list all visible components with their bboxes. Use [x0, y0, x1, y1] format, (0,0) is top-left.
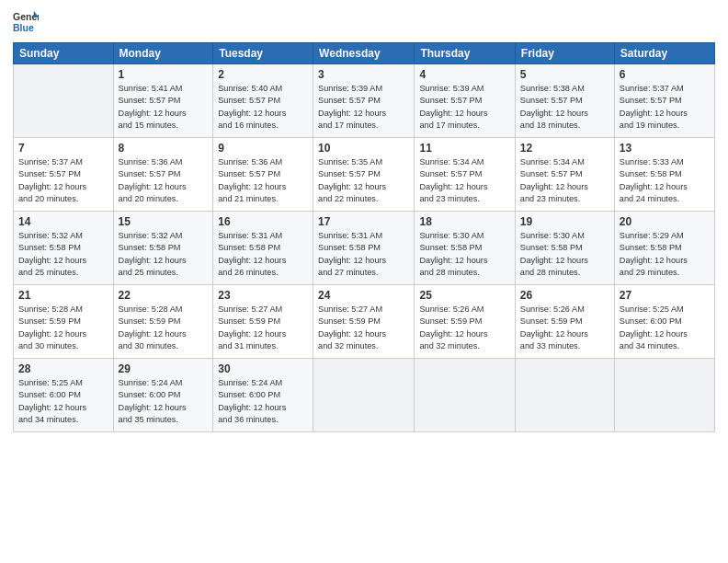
column-header-thursday: Thursday [415, 43, 515, 64]
day-number: 27 [620, 289, 710, 302]
day-info: Sunrise: 5:24 AM Sunset: 6:00 PM Dayligh… [119, 377, 209, 426]
day-number: 17 [318, 215, 409, 228]
calendar-cell: 14Sunrise: 5:32 AM Sunset: 5:58 PM Dayli… [14, 212, 114, 285]
day-number: 15 [119, 215, 209, 228]
calendar-row-0: 1Sunrise: 5:41 AM Sunset: 5:57 PM Daylig… [14, 64, 715, 138]
calendar-cell: 8Sunrise: 5:36 AM Sunset: 5:57 PM Daylig… [113, 138, 213, 212]
day-info: Sunrise: 5:41 AM Sunset: 5:57 PM Dayligh… [119, 83, 209, 132]
calendar-cell: 15Sunrise: 5:32 AM Sunset: 5:58 PM Dayli… [113, 212, 213, 285]
day-info: Sunrise: 5:33 AM Sunset: 5:58 PM Dayligh… [620, 156, 710, 205]
day-info: Sunrise: 5:37 AM Sunset: 5:57 PM Dayligh… [18, 156, 108, 205]
calendar-cell: 5Sunrise: 5:38 AM Sunset: 5:57 PM Daylig… [515, 64, 614, 138]
day-number: 14 [18, 215, 108, 228]
day-info: Sunrise: 5:30 AM Sunset: 5:58 PM Dayligh… [520, 230, 609, 279]
day-info: Sunrise: 5:31 AM Sunset: 5:58 PM Dayligh… [218, 230, 308, 279]
day-info: Sunrise: 5:26 AM Sunset: 5:59 PM Dayligh… [520, 304, 609, 352]
calendar-cell: 3Sunrise: 5:39 AM Sunset: 5:57 PM Daylig… [313, 64, 415, 138]
calendar-cell: 19Sunrise: 5:30 AM Sunset: 5:58 PM Dayli… [515, 212, 614, 285]
day-number: 19 [520, 215, 609, 228]
calendar-cell [614, 359, 714, 432]
day-number: 16 [218, 215, 308, 228]
day-info: Sunrise: 5:38 AM Sunset: 5:57 PM Dayligh… [520, 83, 609, 132]
day-info: Sunrise: 5:27 AM Sunset: 5:59 PM Dayligh… [218, 304, 308, 352]
day-number: 11 [419, 142, 509, 155]
calendar-cell: 27Sunrise: 5:25 AM Sunset: 6:00 PM Dayli… [614, 285, 714, 359]
calendar-cell: 4Sunrise: 5:39 AM Sunset: 5:57 PM Daylig… [415, 64, 515, 138]
day-info: Sunrise: 5:32 AM Sunset: 5:58 PM Dayligh… [119, 230, 209, 279]
day-info: Sunrise: 5:36 AM Sunset: 5:57 PM Dayligh… [218, 156, 308, 205]
calendar-cell [515, 359, 614, 432]
day-info: Sunrise: 5:39 AM Sunset: 5:57 PM Dayligh… [318, 83, 409, 132]
day-number: 7 [18, 142, 108, 155]
calendar-cell [14, 64, 114, 138]
day-info: Sunrise: 5:24 AM Sunset: 6:00 PM Dayligh… [218, 377, 308, 426]
calendar-cell: 13Sunrise: 5:33 AM Sunset: 5:58 PM Dayli… [614, 138, 714, 212]
day-info: Sunrise: 5:29 AM Sunset: 5:58 PM Dayligh… [620, 230, 710, 279]
calendar-cell: 16Sunrise: 5:31 AM Sunset: 5:58 PM Dayli… [213, 212, 313, 285]
calendar-cell: 7Sunrise: 5:37 AM Sunset: 5:57 PM Daylig… [14, 138, 114, 212]
calendar-cell: 20Sunrise: 5:29 AM Sunset: 5:58 PM Dayli… [614, 212, 714, 285]
calendar-cell: 25Sunrise: 5:26 AM Sunset: 5:59 PM Dayli… [415, 285, 515, 359]
calendar-cell: 11Sunrise: 5:34 AM Sunset: 5:57 PM Dayli… [415, 138, 515, 212]
calendar-table: SundayMondayTuesdayWednesdayThursdayFrid… [13, 42, 715, 432]
day-number: 20 [620, 215, 710, 228]
calendar-cell: 12Sunrise: 5:34 AM Sunset: 5:57 PM Dayli… [515, 138, 614, 212]
page: General Blue SundayMondayTuesdayWednesda… [0, 0, 728, 563]
svg-text:Blue: Blue [13, 22, 34, 33]
day-number: 29 [119, 362, 209, 375]
day-number: 12 [520, 142, 609, 155]
day-number: 10 [318, 142, 409, 155]
calendar-cell: 26Sunrise: 5:26 AM Sunset: 5:59 PM Dayli… [515, 285, 614, 359]
calendar-cell: 18Sunrise: 5:30 AM Sunset: 5:58 PM Dayli… [415, 212, 515, 285]
day-number: 24 [318, 289, 409, 302]
calendar-cell: 30Sunrise: 5:24 AM Sunset: 6:00 PM Dayli… [213, 359, 313, 432]
day-info: Sunrise: 5:28 AM Sunset: 5:59 PM Dayligh… [18, 304, 108, 352]
day-info: Sunrise: 5:27 AM Sunset: 5:59 PM Dayligh… [318, 304, 409, 352]
logo: General Blue [13, 9, 39, 35]
day-number: 9 [218, 142, 308, 155]
calendar-row-3: 21Sunrise: 5:28 AM Sunset: 5:59 PM Dayli… [14, 285, 715, 359]
day-number: 13 [620, 142, 710, 155]
column-header-sunday: Sunday [14, 43, 114, 64]
day-number: 4 [419, 68, 509, 81]
calendar-row-1: 7Sunrise: 5:37 AM Sunset: 5:57 PM Daylig… [14, 138, 715, 212]
calendar-cell: 28Sunrise: 5:25 AM Sunset: 6:00 PM Dayli… [14, 359, 114, 432]
calendar-cell: 22Sunrise: 5:28 AM Sunset: 5:59 PM Dayli… [113, 285, 213, 359]
day-info: Sunrise: 5:31 AM Sunset: 5:58 PM Dayligh… [318, 230, 409, 279]
header: General Blue [13, 9, 715, 35]
calendar-cell: 23Sunrise: 5:27 AM Sunset: 5:59 PM Dayli… [213, 285, 313, 359]
calendar-header-row: SundayMondayTuesdayWednesdayThursdayFrid… [14, 43, 715, 64]
day-number: 5 [520, 68, 609, 81]
calendar-cell: 9Sunrise: 5:36 AM Sunset: 5:57 PM Daylig… [213, 138, 313, 212]
calendar-cell: 24Sunrise: 5:27 AM Sunset: 5:59 PM Dayli… [313, 285, 415, 359]
day-info: Sunrise: 5:34 AM Sunset: 5:57 PM Dayligh… [520, 156, 609, 205]
day-info: Sunrise: 5:39 AM Sunset: 5:57 PM Dayligh… [419, 83, 509, 132]
day-info: Sunrise: 5:26 AM Sunset: 5:59 PM Dayligh… [419, 304, 509, 352]
day-info: Sunrise: 5:32 AM Sunset: 5:58 PM Dayligh… [18, 230, 108, 279]
day-number: 21 [18, 289, 108, 302]
day-info: Sunrise: 5:28 AM Sunset: 5:59 PM Dayligh… [119, 304, 209, 352]
day-number: 28 [18, 362, 108, 375]
day-number: 6 [620, 68, 710, 81]
calendar-cell [313, 359, 415, 432]
day-number: 2 [218, 68, 308, 81]
day-info: Sunrise: 5:37 AM Sunset: 5:57 PM Dayligh… [620, 83, 710, 132]
calendar-cell: 29Sunrise: 5:24 AM Sunset: 6:00 PM Dayli… [113, 359, 213, 432]
day-info: Sunrise: 5:36 AM Sunset: 5:57 PM Dayligh… [119, 156, 209, 205]
calendar-cell: 6Sunrise: 5:37 AM Sunset: 5:57 PM Daylig… [614, 64, 714, 138]
calendar-cell: 2Sunrise: 5:40 AM Sunset: 5:57 PM Daylig… [213, 64, 313, 138]
column-header-monday: Monday [113, 43, 213, 64]
calendar-cell: 17Sunrise: 5:31 AM Sunset: 5:58 PM Dayli… [313, 212, 415, 285]
day-number: 22 [119, 289, 209, 302]
calendar-cell: 1Sunrise: 5:41 AM Sunset: 5:57 PM Daylig… [113, 64, 213, 138]
day-info: Sunrise: 5:25 AM Sunset: 6:00 PM Dayligh… [620, 304, 710, 352]
column-header-saturday: Saturday [614, 43, 714, 64]
day-info: Sunrise: 5:40 AM Sunset: 5:57 PM Dayligh… [218, 83, 308, 132]
calendar-row-2: 14Sunrise: 5:32 AM Sunset: 5:58 PM Dayli… [14, 212, 715, 285]
day-number: 18 [419, 215, 509, 228]
calendar-row-4: 28Sunrise: 5:25 AM Sunset: 6:00 PM Dayli… [14, 359, 715, 432]
column-header-friday: Friday [515, 43, 614, 64]
day-number: 25 [419, 289, 509, 302]
day-number: 1 [119, 68, 209, 81]
calendar-cell: 10Sunrise: 5:35 AM Sunset: 5:57 PM Dayli… [313, 138, 415, 212]
